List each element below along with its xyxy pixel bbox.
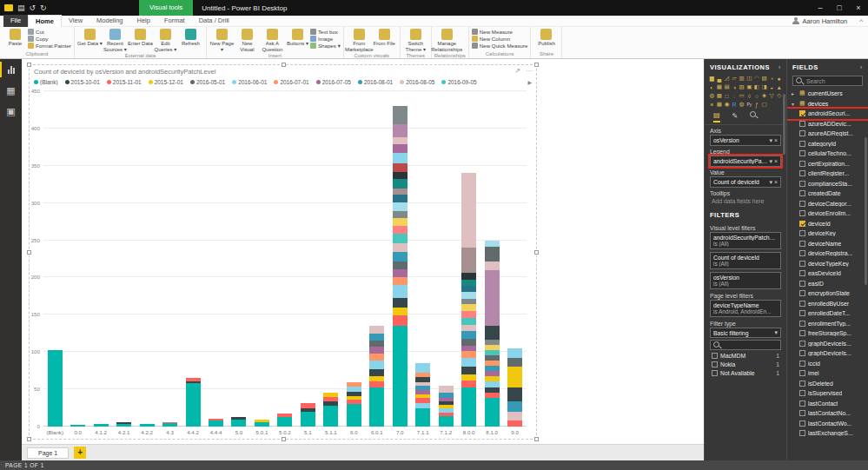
visual-type-icon[interactable]: ◿ — [723, 74, 731, 83]
visual-type-icon[interactable]: ▨ — [738, 83, 745, 91]
field-enrolledbyuser[interactable]: enrolledByUser — [787, 299, 868, 309]
stacked-bar-4-4-2[interactable] — [186, 378, 201, 427]
field-lastcontactwo[interactable]: lastContactWo... — [787, 419, 868, 429]
stacked-bar-0-0[interactable] — [70, 425, 85, 427]
report-canvas[interactable]: ↗ ··· Count of deviceId by osVersion and… — [22, 59, 704, 444]
checkbox-icon[interactable] — [799, 121, 805, 127]
visual-type-icon[interactable]: ▤ — [723, 83, 731, 91]
new-visual-button[interactable]: New Visual — [235, 28, 260, 52]
legend-item-2016-06-01[interactable]: 2016-06-01 — [232, 79, 267, 85]
chevron-down-icon[interactable]: ▾ — [769, 137, 772, 144]
resize-handle[interactable] — [282, 437, 286, 441]
filter-option-macmdm[interactable]: MacMDM1 — [712, 353, 779, 359]
remove-field-icon[interactable]: × — [774, 158, 778, 164]
field-iccid[interactable]: iccid — [787, 359, 868, 369]
visual-type-icon[interactable]: ▲ — [775, 83, 783, 91]
checkbox-icon[interactable] — [799, 130, 805, 136]
resize-handle[interactable] — [282, 63, 286, 67]
remove-field-icon[interactable]: × — [774, 179, 778, 185]
stacked-bar-5-1-1[interactable] — [323, 393, 338, 427]
visual-type-icon[interactable]: ◑ — [731, 83, 739, 91]
visual-type-icon[interactable]: ▩ — [716, 91, 724, 100]
manage-relationships-button[interactable]: Manage Relationships — [434, 28, 460, 52]
checkbox-icon[interactable] — [799, 330, 805, 336]
stacked-bar-5-1[interactable] — [301, 403, 315, 427]
checkbox-icon[interactable] — [799, 301, 805, 307]
account-chip[interactable]: Aaron Hamilton — [792, 17, 855, 25]
stacked-bar-blank[interactable] — [48, 350, 63, 427]
enter-data-button[interactable]: Enter Data — [128, 28, 153, 47]
value-field-well[interactable]: Count of deviceId ▾ × — [710, 176, 781, 188]
collapse-pane-icon[interactable]: › — [779, 63, 781, 71]
visual-type-icon[interactable]: ◧ — [753, 83, 761, 91]
model-view-button[interactable]: ▣ — [0, 101, 22, 122]
stacked-bar-4-2-2[interactable] — [140, 424, 155, 427]
more-options-icon[interactable]: ··· — [526, 67, 533, 75]
stacked-bar-7-0[interactable] — [393, 106, 407, 427]
visual-type-icon[interactable]: ◇ — [775, 91, 783, 100]
format-painter-button[interactable]: Format Painter — [28, 43, 71, 49]
field-isdeleted[interactable]: isDeleted — [787, 379, 868, 389]
field-easdeviceid[interactable]: easDeviceId — [787, 268, 868, 279]
save-icon[interactable]: ▤ — [17, 0, 25, 16]
visual-type-icon[interactable]: ◨ — [760, 83, 768, 91]
fields-pane-scrollbar[interactable] — [865, 137, 867, 285]
field-encryptionstate[interactable]: encryptionState — [787, 288, 868, 299]
focus-mode-icon[interactable]: ↗ — [514, 67, 520, 75]
checkbox-icon[interactable] — [712, 370, 718, 376]
visual-type-icon[interactable]: ▦ — [716, 100, 724, 109]
checkbox-icon[interactable] — [799, 400, 805, 407]
checkbox-icon[interactable] — [799, 361, 805, 367]
visual-type-icon[interactable]: ◈ — [760, 91, 768, 100]
checkbox-icon[interactable] — [712, 361, 718, 367]
checkbox-icon[interactable] — [799, 430, 805, 436]
visual-type-icon[interactable]: R — [731, 100, 739, 109]
visual-type-icon[interactable]: ▆ — [708, 74, 716, 83]
shapes-button[interactable]: Shapes ▾ — [310, 43, 341, 49]
field-freestoragesp[interactable]: freeStorageSp... — [787, 328, 868, 339]
new-measure-button[interactable]: New Measure — [472, 29, 528, 35]
filter-option-nokia[interactable]: Nokia1 — [712, 361, 779, 367]
legend-item-blank[interactable]: (Blank) — [34, 79, 58, 85]
checkbox-icon[interactable] — [799, 110, 805, 116]
switch-theme-button[interactable]: Switch Theme ▾ — [403, 28, 428, 52]
checkbox-icon[interactable] — [799, 141, 805, 147]
field-devicetypekey[interactable]: deviceTypeKey — [787, 259, 868, 269]
stacked-bar-4-1-2[interactable] — [94, 424, 109, 427]
page-tab[interactable]: Page 1 — [27, 447, 69, 459]
fields-subtab[interactable]: ▤ — [713, 111, 720, 122]
get-data-button[interactable]: Get Data ▾ — [77, 28, 103, 47]
tab-file[interactable]: File — [3, 15, 28, 27]
checkbox-icon[interactable] — [799, 230, 805, 236]
ask-a-question-button[interactable]: Ask A Question — [260, 28, 285, 52]
redo-icon[interactable]: ↻ — [40, 0, 47, 16]
checkbox-icon[interactable] — [799, 341, 805, 347]
filter-devicetypename[interactable]: deviceTypeNameis Android, AndroidEn... — [710, 300, 781, 317]
stacked-bar-5-0-1[interactable] — [255, 420, 269, 427]
tab-help[interactable]: Help — [130, 15, 157, 27]
checkbox-icon[interactable] — [799, 370, 805, 376]
checkbox-icon[interactable] — [799, 201, 805, 207]
buttons-button[interactable]: Buttons ▾ — [285, 28, 310, 47]
legend-item-2015-10-01[interactable]: 2015-10-01 — [65, 79, 100, 85]
visual-type-icon[interactable]: ◒ — [768, 83, 776, 91]
visual-type-icon[interactable]: ▦ — [716, 83, 724, 91]
field-devicecategor[interactable]: deviceCategor... — [787, 199, 868, 209]
maximize-button[interactable]: □ — [830, 0, 849, 16]
legend-item-2015-12-01[interactable]: 2015-12-01 — [149, 79, 183, 85]
cut-button[interactable]: Cut — [28, 29, 71, 35]
collapse-pane-icon[interactable]: › — [860, 63, 863, 71]
tab-data-drill[interactable]: Data / Drill — [192, 15, 236, 27]
field-devicename[interactable]: deviceName — [787, 239, 868, 249]
field-createddate[interactable]: createdDate — [787, 189, 868, 199]
checkbox-icon[interactable] — [799, 170, 805, 176]
new-quick-measure-button[interactable]: New Quick Measure — [472, 43, 528, 49]
field-deviceid[interactable]: deviceId — [787, 219, 868, 229]
visual-type-icon[interactable]: ◍ — [708, 91, 716, 100]
visual-type-icon[interactable]: ○ — [753, 91, 761, 100]
visual-type-icon[interactable]: ◊ — [745, 91, 753, 100]
checkbox-icon[interactable] — [799, 161, 805, 167]
new-page-button[interactable]: New Page ▾ — [209, 28, 235, 52]
stacked-bar-9-0[interactable] — [507, 348, 522, 427]
legend-field-well[interactable]: androidSecurityPatchLe ▾ × — [710, 156, 781, 167]
